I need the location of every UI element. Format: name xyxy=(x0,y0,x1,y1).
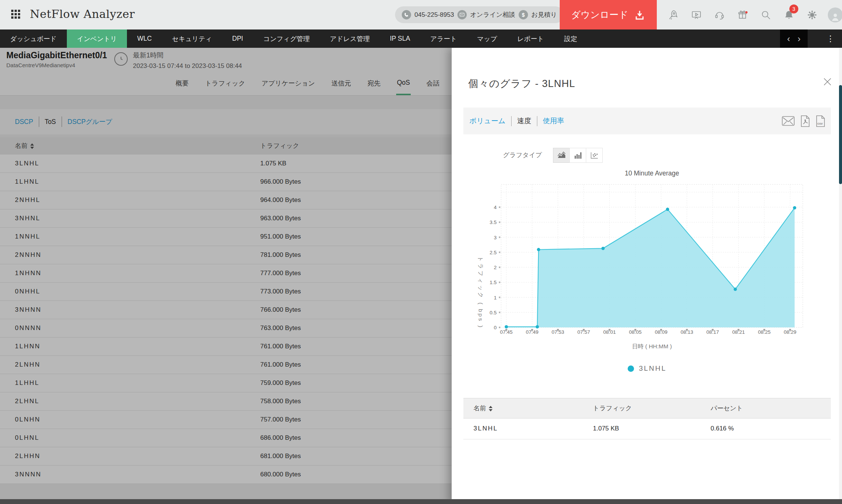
data-point[interactable] xyxy=(793,206,796,209)
data-point[interactable] xyxy=(666,208,669,211)
svg-text:0: 0 xyxy=(494,325,497,330)
email-export-icon[interactable] xyxy=(782,116,795,126)
legend-series-label: 3LNHL xyxy=(639,364,667,373)
rocket-icon[interactable] xyxy=(662,0,685,29)
nav-item-dpi[interactable]: DPI xyxy=(222,29,253,48)
phone-icon xyxy=(402,10,411,19)
data-point[interactable] xyxy=(537,248,540,251)
modal-row-traffic: 1.075 KB xyxy=(593,419,619,439)
svg-text:08:25: 08:25 xyxy=(758,329,771,335)
graphtype-area-button[interactable] xyxy=(553,148,570,163)
scrollbar-thumb[interactable] xyxy=(839,85,842,184)
nav-item-ip-sla[interactable]: IP SLA xyxy=(380,29,420,48)
svg-text:08:09: 08:09 xyxy=(655,329,668,335)
quote-icon: $ xyxy=(519,10,528,19)
presentation-icon[interactable] xyxy=(685,0,708,29)
modal-row-percent: 0.616 % xyxy=(711,419,734,439)
modal-table-header: 名前 トラフィック パーセント xyxy=(463,398,831,419)
nav-overflow-menu-icon[interactable]: ⋮ xyxy=(826,34,835,44)
main-nav: ダッシュボードインベントリWLCセキュリティDPIコンフィグ管理アドレス管理IP… xyxy=(0,29,842,48)
quote-link[interactable]: お見積り xyxy=(531,10,557,19)
sort-icon[interactable] xyxy=(489,406,493,411)
svg-text:07:45: 07:45 xyxy=(500,329,513,335)
svg-text:2: 2 xyxy=(494,265,497,270)
nav-prev-icon[interactable]: ‹ xyxy=(787,34,790,43)
graphtype-buttons xyxy=(553,148,603,163)
headset-icon[interactable] xyxy=(708,0,731,29)
modal-row-name: 3LNHL xyxy=(473,419,498,439)
user-icon[interactable] xyxy=(824,0,842,29)
svg-text:08:05: 08:05 xyxy=(629,329,642,335)
notification-badge: 3 xyxy=(789,4,798,13)
svg-text:07:49: 07:49 xyxy=(526,329,538,335)
legend-dot-icon xyxy=(628,365,634,372)
metric-tab-speed[interactable]: 速度 xyxy=(517,116,531,126)
app-grid-icon[interactable] xyxy=(11,10,21,19)
app-title: NetFlow Analyzer xyxy=(30,7,135,21)
svg-text:08:01: 08:01 xyxy=(603,329,616,335)
nav-items: ダッシュボードインベントリWLCセキュリティDPIコンフィグ管理アドレス管理IP… xyxy=(0,29,587,48)
search-icon[interactable] xyxy=(754,0,777,29)
download-icon xyxy=(634,9,645,21)
data-point[interactable] xyxy=(602,247,605,250)
nav-item-address-mgmt[interactable]: アドレス管理 xyxy=(320,29,380,48)
metric-tab-divider xyxy=(537,116,537,126)
svg-text:07:57: 07:57 xyxy=(577,329,590,335)
individual-graph-modal: 個々のグラフ - 3LNHL ボリューム速度使用率 csv グラフタイプ 10 … xyxy=(451,48,842,504)
nav-item-settings[interactable]: 設定 xyxy=(554,29,587,48)
data-point[interactable] xyxy=(505,325,508,329)
nav-pager: ‹ › xyxy=(780,29,808,48)
modal-column-percent[interactable]: パーセント xyxy=(711,398,743,419)
data-point[interactable] xyxy=(734,287,737,291)
nav-item-wlc[interactable]: WLC xyxy=(127,29,162,48)
chart-legend[interactable]: 3LNHL xyxy=(452,364,842,373)
modal-table-body: 3LNHL1.075 KB0.616 % xyxy=(463,419,831,439)
modal-scrollbar[interactable] xyxy=(839,48,842,504)
modal-column-name[interactable]: 名前 xyxy=(473,398,493,419)
modal-table-row[interactable]: 3LNHL1.075 KB0.616 % xyxy=(463,419,831,439)
modal-backdrop[interactable] xyxy=(0,48,451,504)
pdf-export-icon[interactable] xyxy=(800,115,810,127)
svg-text:3: 3 xyxy=(494,235,497,240)
contact-phone[interactable]: 045-225-8953 xyxy=(414,11,454,19)
svg-text:08:17: 08:17 xyxy=(706,329,719,335)
online-consult-link[interactable]: オンライン相談 xyxy=(470,10,515,19)
gift-icon[interactable] xyxy=(731,0,754,29)
horizontal-scrollbar[interactable] xyxy=(0,499,842,504)
nav-item-security[interactable]: セキュリティ xyxy=(162,29,222,48)
netflow-analyzer-app: NetFlow Analyzer 045-225-8953 オンライン相談 $ … xyxy=(0,0,842,504)
graphtype-bar-button[interactable] xyxy=(569,148,586,163)
close-icon[interactable] xyxy=(821,75,834,88)
data-point[interactable] xyxy=(536,325,539,329)
svg-text:4: 4 xyxy=(494,205,497,210)
bell-icon[interactable]: 3 xyxy=(777,0,801,29)
contact-pill: 045-225-8953 オンライン相談 $ お見積り xyxy=(395,6,564,23)
svg-text:1: 1 xyxy=(494,295,497,301)
download-button[interactable]: ダウンロード xyxy=(560,0,657,29)
nav-item-reports[interactable]: レポート xyxy=(507,29,554,48)
x-axis-label: 日時 ( HH:MM ) xyxy=(501,343,803,351)
online-consult-icon xyxy=(457,10,467,19)
nav-item-inventory[interactable]: インベントリ xyxy=(67,29,127,48)
svg-text:2.5: 2.5 xyxy=(490,250,497,255)
header-actions: 3 xyxy=(662,0,842,29)
graphtype-scatter-button[interactable] xyxy=(586,148,603,163)
modal-summary-table: 名前 トラフィック パーセント 3LNHL1.075 KB0.616 % xyxy=(463,398,831,439)
gear-icon[interactable] xyxy=(801,0,824,29)
svg-text:08:29: 08:29 xyxy=(784,329,796,335)
download-button-label: ダウンロード xyxy=(571,9,628,21)
svg-text:csv: csv xyxy=(817,122,823,125)
modal-column-traffic[interactable]: トラフィック xyxy=(593,398,632,419)
metric-tab-volume[interactable]: ボリューム xyxy=(469,116,506,126)
csv-export-icon[interactable]: csv xyxy=(815,115,826,127)
nav-next-icon[interactable]: › xyxy=(798,34,801,43)
metric-tab-utilization[interactable]: 使用率 xyxy=(543,116,564,126)
export-icons: csv xyxy=(782,108,826,134)
nav-item-map[interactable]: マップ xyxy=(467,29,507,48)
nav-item-alerts[interactable]: アラート xyxy=(420,29,467,48)
nav-item-dashboard[interactable]: ダッシュボード xyxy=(0,29,67,48)
graphtype-label: グラフタイプ xyxy=(503,148,542,163)
traffic-area-chart: 07:4507:4907:5307:5708:0108:0508:0908:13… xyxy=(452,167,842,354)
nav-item-config-mgmt[interactable]: コンフィグ管理 xyxy=(253,29,320,48)
svg-text:1.5: 1.5 xyxy=(490,280,497,285)
